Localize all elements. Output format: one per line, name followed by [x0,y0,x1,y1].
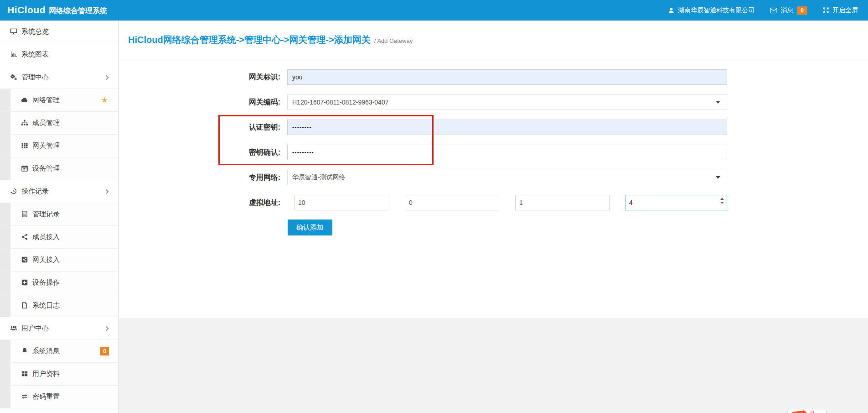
caret-down-icon [716,176,720,179]
gateway-code-select[interactable]: H120-1607-0811-0812-9963-0407 [287,94,727,110]
app-root: HiCloud 网络综合管理系统 湖南华辰智通科技有限公司 消息 0 [0,0,868,413]
navbar-right-group: 湖南华辰智通科技有限公司 消息 0 开启全屏 [668,6,868,15]
virtual-address-octet-4-wrap [625,195,727,210]
content-panel: HiCloud网络综合管理系统->管理中心->网关管理->添加网关 / Add … [119,21,868,318]
breadcrumb-subtitle: / Add Gateway [374,37,413,44]
plus-square-icon [21,279,29,287]
sidebar-item-label: 网关接入 [32,256,60,264]
brand-name: HiCloud [7,5,46,16]
retweet-icon [21,393,29,401]
sidebar-item-system-messages[interactable]: 系统消息 0 [0,340,118,363]
virtual-address-octet-2[interactable] [405,195,499,210]
sidebar-item-label: 设备管理 [32,164,60,173]
history-icon [10,188,18,195]
gateway-id-label: 网关标识: [192,69,280,85]
spinner-up-icon[interactable] [720,198,724,200]
star-icon: ★ [101,95,108,105]
user-icon [668,7,675,14]
chart-icon [10,51,18,58]
fullscreen-label: 开启全屏 [832,6,858,15]
navbar-messages[interactable]: 消息 0 [770,6,807,15]
sidebar-item-network-management[interactable]: 网络管理 ★ [0,89,118,112]
system-messages-badge: 0 [100,347,109,355]
top-navbar: HiCloud 网络综合管理系统 湖南华辰智通科技有限公司 消息 0 [0,0,868,21]
sidebar-item-management-records[interactable]: 管理记录 [0,203,118,226]
auth-key-input[interactable] [287,120,727,135]
sidebar-item-gateway-management[interactable]: 网关管理 [0,135,118,157]
sidebar-item-operation-records[interactable]: 操作记录 [0,180,118,203]
number-spinner[interactable] [720,198,724,204]
form-row-gateway-id: 网关标识: [119,69,868,85]
company-name: 湖南华辰智通科技有限公司 [678,6,754,15]
bottom-right-popup-fragment[interactable] [787,409,827,413]
virtual-address-octet-1[interactable] [294,195,389,210]
file-icon [21,302,29,309]
calendar-icon [21,165,29,173]
chevron-right-icon [103,326,108,331]
sidebar-item-label: 网络管理 [32,96,60,105]
sidebar-item-system-log[interactable]: 系统日志 [0,294,118,317]
sidebar-item-label: 系统日志 [32,301,60,310]
share-icon [21,233,29,241]
form-row-virtual-address: 虚拟地址: [119,195,868,210]
sidebar-item-user-center[interactable]: 用户中心 [0,317,118,340]
auth-key-label: 认证密钥: [192,120,280,135]
sidebar-item-user-profile[interactable]: 用户资料 [0,363,118,386]
navbar-fullscreen[interactable]: 开启全屏 [822,6,858,15]
sidebar-item-gateway-access[interactable]: 网关接入 [0,249,118,272]
sidebar-item-label: 用户资料 [32,370,60,378]
desktop-icon [10,28,18,36]
sidebar-item-member-management[interactable]: 成员管理 [0,112,118,135]
form-row-key-confirm: 密钥确认: [119,145,868,160]
gears-icon [10,73,18,81]
text-cursor [633,199,633,207]
private-network-label: 专用网络: [192,170,280,185]
popup-orange-shape [790,410,807,413]
sidebar-item-management-center[interactable]: 管理中心 [0,66,118,89]
expand-icon [822,7,829,14]
sidebar: 系统总览 系统图表 管理中心 网络管理 ★ 成员管理 [0,21,119,413]
caret-down-icon [716,101,720,104]
spinner-down-icon[interactable] [720,202,724,204]
file-text-icon [21,210,29,218]
sidebar-item-label: 系统图表 [21,50,49,59]
virtual-address-octet-3[interactable] [515,195,610,210]
sidebar-item-label: 设备操作 [32,278,60,287]
messages-count-badge: 0 [797,6,807,15]
chevron-right-icon [103,189,108,194]
sidebar-item-label: 用户中心 [21,324,49,333]
grid-icon [21,142,29,150]
sidebar-item-label: 网关管理 [32,141,60,150]
share-square-icon [21,256,29,264]
sidebar-item-member-access[interactable]: 成员接入 [0,226,118,249]
key-confirm-label: 密钥确认: [192,145,280,160]
envelope-icon [770,7,777,14]
sidebar-item-label: 成员管理 [32,119,60,127]
messages-label: 消息 [780,6,793,15]
confirm-add-button[interactable]: 确认添加 [288,220,332,235]
chevron-right-icon [103,75,108,80]
sitemap-icon [21,119,29,127]
content-header: HiCloud网络综合管理系统->管理中心->网关管理->添加网关 / Add … [119,21,868,59]
form-row-gateway-code: 网关编码: H120-1607-0811-0812-9963-0407 [119,94,868,110]
sidebar-item-label: 密码重置 [32,392,60,401]
sidebar-item-device-management[interactable]: 设备管理 [0,157,118,180]
navbar-user[interactable]: 湖南华辰智通科技有限公司 [668,6,754,15]
sidebar-item-label: 管理记录 [32,210,60,219]
private-network-value: 华辰智通-测试网络 [292,173,346,182]
key-confirm-input[interactable] [287,145,727,160]
virtual-address-octet-4[interactable] [625,195,727,210]
private-network-select[interactable]: 华辰智通-测试网络 [287,170,727,185]
sidebar-item-device-operation[interactable]: 设备操作 [0,272,118,294]
sidebar-item-label: 操作记录 [21,187,49,196]
form-row-private-network: 专用网络: 华辰智通-测试网络 [119,170,868,185]
cloud-icon [21,96,29,104]
sidebar-item-system-charts[interactable]: 系统图表 [0,43,118,66]
sidebar-item-system-overview[interactable]: 系统总览 [0,21,118,43]
th-large-icon [21,370,29,378]
sidebar-item-password-reset[interactable]: 密码重置 [0,386,118,408]
gateway-id-input[interactable] [287,69,727,85]
brand-subtitle: 网络综合管理系统 [49,6,107,16]
virtual-address-label: 虚拟地址: [192,195,280,210]
popup-detail-line [813,411,814,413]
